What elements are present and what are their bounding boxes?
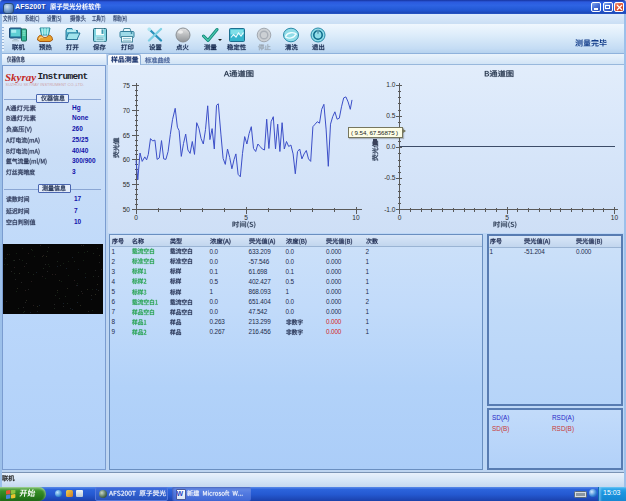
svg-text:5: 5 xyxy=(244,214,248,221)
svg-text:1.0: 1.0 xyxy=(386,81,395,88)
svg-text:65: 65 xyxy=(123,132,131,139)
svg-text:5: 5 xyxy=(505,214,509,221)
svg-text:-1.0: -1.0 xyxy=(384,206,396,213)
svg-text:70: 70 xyxy=(123,107,131,114)
svg-text:0: 0 xyxy=(398,214,402,221)
svg-text:55: 55 xyxy=(123,181,131,188)
svg-text:-0.5: -0.5 xyxy=(384,174,396,181)
svg-text:10: 10 xyxy=(611,214,619,221)
svg-text:0: 0 xyxy=(134,214,138,221)
svg-text:50: 50 xyxy=(123,206,131,213)
svg-text:60: 60 xyxy=(123,156,131,163)
svg-text:10: 10 xyxy=(352,214,360,221)
svg-text:0.0: 0.0 xyxy=(386,143,395,150)
svg-text:75: 75 xyxy=(123,82,131,89)
svg-text:0.5: 0.5 xyxy=(386,112,395,119)
